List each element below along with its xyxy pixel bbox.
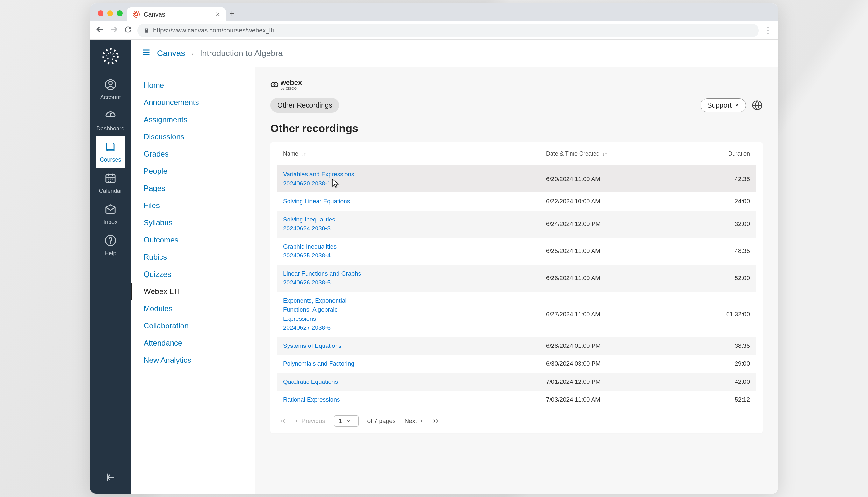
recording-date: 6/28/2024 01:00 PM bbox=[546, 342, 680, 349]
course-nav-grades[interactable]: Grades bbox=[131, 145, 255, 162]
browser-tab[interactable]: Canvas × bbox=[127, 7, 226, 21]
other-recordings-tab[interactable]: Other Recordings bbox=[270, 98, 339, 113]
close-tab-button[interactable]: × bbox=[216, 10, 220, 19]
recording-name-link[interactable]: Variables and Expressions20240620 2038-1 bbox=[283, 170, 366, 188]
recording-duration: 52:00 bbox=[680, 274, 750, 282]
recording-duration: 24:00 bbox=[680, 198, 750, 205]
browser-window: Canvas × + https://www.canvas.com/course… bbox=[90, 3, 778, 494]
global-nav-account[interactable]: Account bbox=[96, 74, 124, 105]
recording-date: 6/26/2024 11:00 AM bbox=[546, 274, 680, 282]
recording-name-link[interactable]: Linear Functions and Graphs20240626 2038… bbox=[283, 269, 366, 287]
course-nav-discussions[interactable]: Discussions bbox=[131, 128, 255, 145]
course-nav-quizzes[interactable]: Quizzes bbox=[131, 266, 255, 283]
svg-point-3 bbox=[109, 82, 112, 85]
course-nav-files[interactable]: Files bbox=[131, 197, 255, 214]
course-nav: HomeAnnouncementsAssignmentsDiscussionsG… bbox=[131, 67, 255, 494]
recording-duration: 48:35 bbox=[680, 247, 750, 255]
course-nav-webex-lti[interactable]: Webex LTI bbox=[131, 283, 255, 300]
table-row: Linear Functions and Graphs20240626 2038… bbox=[277, 265, 756, 292]
column-header-duration[interactable]: Duration bbox=[680, 151, 750, 157]
recording-duration: 42:00 bbox=[680, 378, 750, 385]
page-select[interactable]: 1 bbox=[334, 415, 359, 427]
table-row: Exponents, ExponentialFunctions, Algebra… bbox=[277, 292, 756, 337]
app-body: AccountDashboardCoursesCalendarInboxHelp… bbox=[90, 40, 778, 494]
course-nav-syllabus[interactable]: Syllabus bbox=[131, 214, 255, 231]
globe-icon bbox=[752, 100, 762, 111]
recording-date: 7/01/2024 12:00 PM bbox=[546, 378, 680, 385]
table-row: Variables and Expressions20240620 2038-1… bbox=[277, 166, 756, 193]
last-page-button[interactable] bbox=[433, 418, 439, 424]
recording-name-link[interactable]: Exponents, ExponentialFunctions, Algebra… bbox=[283, 296, 366, 332]
previous-page-button[interactable]: Previous bbox=[294, 417, 325, 424]
window-controls bbox=[95, 11, 127, 21]
courses-icon bbox=[105, 141, 116, 155]
canvas-logo-icon[interactable] bbox=[101, 47, 120, 66]
new-tab-button[interactable]: + bbox=[226, 9, 238, 21]
recording-name-link[interactable]: Rational Expressions bbox=[283, 395, 366, 404]
global-nav-inbox[interactable]: Inbox bbox=[96, 199, 124, 230]
support-button[interactable]: Support bbox=[701, 98, 746, 112]
webex-by-cisco: by CISCO bbox=[280, 87, 302, 90]
minimize-window-button[interactable] bbox=[107, 11, 113, 16]
column-header-date[interactable]: Date & Time Created ↓↑ bbox=[546, 151, 680, 157]
course-nav-people[interactable]: People bbox=[131, 162, 255, 180]
svg-point-8 bbox=[274, 82, 278, 87]
canvas-favicon-icon bbox=[133, 11, 140, 18]
table-row: Graphic Inequalities20240625 2038-46/25/… bbox=[277, 238, 756, 265]
global-nav-label: Courses bbox=[100, 157, 121, 163]
top-controls: Other Recordings Support bbox=[270, 98, 762, 113]
next-page-button[interactable]: Next bbox=[404, 417, 424, 424]
recording-name-link[interactable]: Polynomials and Factoring bbox=[283, 359, 366, 368]
cursor-icon bbox=[331, 178, 340, 190]
global-nav-dashboard[interactable]: Dashboard bbox=[96, 105, 124, 137]
recording-name-link[interactable]: Systems of Equations bbox=[283, 341, 366, 351]
forward-button[interactable] bbox=[109, 25, 119, 36]
global-nav-label: Help bbox=[105, 250, 116, 257]
dashboard-icon bbox=[105, 110, 116, 124]
maximize-window-button[interactable] bbox=[117, 11, 123, 16]
recording-name-link[interactable]: Solving Linear Equations bbox=[283, 197, 366, 206]
close-window-button[interactable] bbox=[98, 11, 104, 16]
recording-name-link[interactable]: Graphic Inequalities20240625 2038-4 bbox=[283, 242, 366, 260]
collapse-nav-button[interactable] bbox=[105, 462, 116, 494]
main-panel: webex by CISCO Other Recordings Support bbox=[255, 67, 778, 494]
recording-date: 6/25/2024 11:00 AM bbox=[546, 247, 680, 255]
back-button[interactable] bbox=[95, 25, 105, 36]
course-nav-assignments[interactable]: Assignments bbox=[131, 111, 255, 128]
browser-menu-button[interactable]: ⋮ bbox=[763, 26, 773, 35]
first-page-button[interactable] bbox=[280, 418, 286, 424]
table-row: Quadratic Equations7/01/2024 12:00 PM42:… bbox=[277, 373, 756, 391]
global-nav-help[interactable]: Help bbox=[96, 230, 124, 261]
recording-name-link[interactable]: Quadratic Equations bbox=[283, 378, 366, 387]
sort-icon: ↓↑ bbox=[602, 151, 607, 157]
section-title: Other recordings bbox=[270, 122, 762, 134]
address-bar: https://www.canvas.com/courses/webex_lti… bbox=[90, 21, 778, 40]
hamburger-icon[interactable] bbox=[142, 48, 151, 59]
svg-point-6 bbox=[110, 243, 111, 244]
course-nav-rubics[interactable]: Rubics bbox=[131, 248, 255, 266]
global-nav-courses[interactable]: Courses bbox=[96, 137, 124, 168]
course-nav-announcements[interactable]: Announcements bbox=[131, 94, 255, 111]
url-input[interactable]: https://www.canvas.com/courses/webex_lti bbox=[137, 24, 759, 37]
sort-icon: ↓↑ bbox=[301, 151, 306, 157]
global-nav-label: Account bbox=[100, 94, 121, 101]
language-button[interactable] bbox=[752, 100, 762, 111]
breadcrumb-root[interactable]: Canvas bbox=[157, 48, 185, 58]
course-nav-collaboration[interactable]: Collaboration bbox=[131, 317, 255, 335]
recording-date: 6/30/2024 03:00 PM bbox=[546, 360, 680, 367]
course-nav-outcomes[interactable]: Outcomes bbox=[131, 231, 255, 248]
course-nav-attendance[interactable]: Attendance bbox=[131, 335, 255, 352]
column-header-name[interactable]: Name ↓↑ bbox=[283, 151, 546, 157]
table-row: Systems of Equations6/28/2024 01:00 PM38… bbox=[277, 337, 756, 355]
global-nav-calendar[interactable]: Calendar bbox=[96, 168, 124, 199]
reload-button[interactable] bbox=[123, 26, 133, 35]
course-nav-pages[interactable]: Pages bbox=[131, 180, 255, 197]
recording-date: 6/20/2024 11:00 AM bbox=[546, 176, 680, 183]
inbox-icon bbox=[105, 203, 116, 217]
course-nav-home[interactable]: Home bbox=[131, 77, 255, 94]
course-nav-new-analytics[interactable]: New Analytics bbox=[131, 352, 255, 369]
global-nav-label: Dashboard bbox=[96, 125, 124, 132]
webex-logo: webex by CISCO bbox=[270, 79, 762, 90]
course-nav-modules[interactable]: Modules bbox=[131, 300, 255, 317]
recording-name-link[interactable]: Solving Inequalities20240624 2038-3 bbox=[283, 215, 366, 233]
